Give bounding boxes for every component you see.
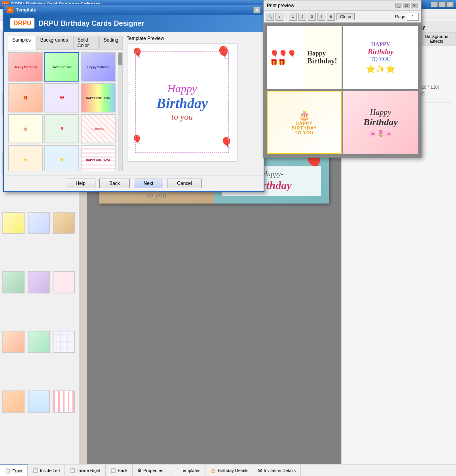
- back-button[interactable]: Back: [99, 179, 130, 188]
- template-item-2[interactable]: HAPPY BDAY: [44, 52, 79, 82]
- bg-thumb-light-blue[interactable]: [28, 390, 50, 413]
- properties-icon: ⚙: [137, 468, 142, 473]
- bg-thumb-green[interactable]: [2, 271, 25, 293]
- tmpl-tab-samples[interactable]: Samples: [8, 36, 35, 50]
- front-icon: 📋: [5, 468, 11, 474]
- print-title-text: Print preview: [267, 3, 393, 8]
- template-grid-wrapper: Happy Birthday HAPPY BDAY Happy Birthday…: [8, 52, 123, 171]
- back-icon: 📋: [110, 468, 116, 473]
- template-scrollbar[interactable]: [118, 52, 123, 171]
- print-card-3: 🎂 HAPPY BIRTHDAY TO YOU: [267, 91, 342, 154]
- template-dialog-header-title: DRPU Birthday Cards Designer: [38, 19, 144, 28]
- template-selector: Samples Backgrounds Solid Color Setting …: [8, 36, 123, 171]
- template-dialog-header: DRPU DRPU Birthday Cards Designer: [4, 15, 264, 32]
- preview-birthday-text: Birthday: [156, 95, 208, 112]
- print-preview-dialog: Print preview _ □ ✕ 🔍 ↕ 1 2 3 4 6 Close …: [263, 0, 422, 158]
- template-item-11[interactable]: 🌟: [44, 145, 79, 171]
- print-toolbar: 🔍 ↕ 1 2 3 4 6 Close Page: [264, 11, 421, 23]
- close-button[interactable]: ✕: [446, 2, 454, 7]
- bg-thumb-checker[interactable]: [53, 331, 75, 353]
- print-zoom-icon[interactable]: ↕: [276, 13, 283, 21]
- print-card-1-gifts: 🎁🎁: [270, 58, 286, 66]
- cancel-button[interactable]: Cancel: [167, 179, 201, 188]
- print-page-input[interactable]: [407, 13, 419, 21]
- templates-icon: 📄: [173, 468, 179, 473]
- template-item-1[interactable]: Happy Birthday: [8, 52, 43, 82]
- bg-thumb-mint[interactable]: [28, 331, 50, 353]
- template-item-9[interactable]: Birthday: [81, 114, 116, 143]
- status-tab-templates[interactable]: 📄 Templates: [168, 465, 205, 476]
- print-card-3-happy: HAPPY: [296, 121, 313, 126]
- template-item-8[interactable]: 🎈: [44, 114, 79, 143]
- bg-thumb-blue-star[interactable]: [28, 212, 50, 234]
- template-preview-box: 🎈 🎈 🎈 🎈 Happy Birthday to you: [127, 43, 238, 162]
- template-item-3[interactable]: Happy Birthday: [81, 52, 116, 82]
- template-item-7[interactable]: 🎂: [8, 114, 43, 143]
- print-card-4-flowers: 🌸🌷🌸: [369, 130, 393, 137]
- print-view-3[interactable]: 3: [308, 13, 316, 21]
- print-card-1-text-happy: Happy: [308, 50, 326, 57]
- template-item-6[interactable]: HAPPY BIRTHDAY: [81, 83, 116, 112]
- bg-thumb-vintage[interactable]: [53, 212, 75, 234]
- print-maximize-button[interactable]: □: [403, 3, 410, 8]
- print-card-3-to-you: TO YOU: [295, 130, 314, 135]
- bg-thumb-striped-pink[interactable]: [53, 390, 75, 413]
- status-bar: 📋 Front 📋 Inside Left 📋 Inside Right 📋 B…: [0, 464, 456, 476]
- inside-left-icon: 📋: [32, 468, 38, 473]
- template-item-4[interactable]: 🎁: [8, 83, 43, 112]
- tmpl-tab-setting[interactable]: Setting: [99, 36, 123, 50]
- preview-happy-text: Happy: [167, 82, 197, 95]
- template-dialog-close-button[interactable]: ✕: [253, 7, 260, 13]
- print-close-button[interactable]: ✕: [411, 3, 418, 8]
- print-view-4[interactable]: 4: [317, 13, 325, 21]
- template-dialog-body: Samples Backgrounds Solid Color Setting …: [4, 32, 264, 175]
- preview-content: 🎈 🎈 🎈 🎈 Happy Birthday to you: [127, 44, 237, 161]
- bg-thumb-coral[interactable]: [2, 331, 25, 353]
- print-card-1-text-birthday: Birthday!: [308, 57, 337, 65]
- properties-label: Properties: [143, 468, 163, 473]
- status-tab-properties[interactable]: ⚙ Properties: [133, 465, 168, 476]
- print-card-2-happy: HAPPY: [371, 42, 390, 48]
- status-tab-front[interactable]: 📋 Front: [0, 465, 28, 476]
- inside-left-label: Inside Left: [40, 468, 60, 473]
- status-tab-birthday-details[interactable]: 🎂 Birthday Details: [205, 465, 253, 476]
- print-view-6[interactable]: 6: [327, 13, 335, 21]
- template-item-5[interactable]: 🎀: [44, 83, 79, 112]
- print-view-1[interactable]: 1: [289, 13, 297, 21]
- birthday-details-label: Birthday Details: [218, 468, 248, 473]
- print-close-button-toolbar[interactable]: Close: [336, 13, 355, 20]
- print-title-bar: Print preview _ □ ✕: [264, 0, 421, 11]
- tab-background-effects[interactable]: Background Effects: [418, 32, 456, 45]
- status-tab-inside-right[interactable]: 📋 Inside Right: [65, 465, 105, 476]
- template-dialog-icon: B: [7, 7, 13, 13]
- template-tabs: Samples Backgrounds Solid Color Setting: [8, 36, 123, 50]
- print-minimize-button[interactable]: _: [395, 3, 402, 8]
- print-search-icon[interactable]: 🔍: [266, 13, 274, 21]
- bg-thumb-yellow[interactable]: [2, 212, 25, 234]
- print-preview-grid: 🎈🎈🎈 🎁🎁 Happy Birthday! HAPPY Birthday TO…: [264, 23, 421, 157]
- status-tab-back[interactable]: 📋 Back: [106, 465, 133, 476]
- print-view-2[interactable]: 2: [298, 13, 306, 21]
- bg-thumb-peach[interactable]: [2, 390, 25, 413]
- print-card-4-happy: Happy: [370, 108, 391, 117]
- print-card-2-stars: ⭐✨⭐: [366, 64, 395, 74]
- print-card-1-balloon: 🎈🎈🎈: [270, 50, 296, 58]
- bg-thumb-lavender[interactable]: [28, 271, 50, 293]
- print-card-4: Happy Birthday 🌸🌷🌸: [343, 91, 418, 154]
- inside-right-icon: 📋: [70, 468, 76, 473]
- minimize-button[interactable]: _: [431, 2, 438, 7]
- template-grid: Happy Birthday HAPPY BDAY Happy Birthday…: [8, 52, 123, 171]
- inside-right-label: Inside Right: [77, 468, 100, 473]
- invitation-details-label: Invitation Details: [264, 468, 296, 473]
- template-item-12[interactable]: HAPPY BIRTHDAY: [81, 145, 116, 171]
- tmpl-tab-backgrounds[interactable]: Backgrounds: [36, 36, 72, 50]
- template-item-10[interactable]: ⭐: [8, 145, 43, 171]
- maximize-button[interactable]: □: [439, 2, 446, 7]
- tmpl-tab-solid-color[interactable]: Solid Color: [73, 36, 99, 50]
- preview-label: Template Preview: [127, 36, 260, 41]
- help-button[interactable]: Help: [66, 179, 95, 188]
- status-tab-inside-left[interactable]: 📋 Inside Left: [28, 465, 65, 476]
- bg-thumb-dots[interactable]: [53, 271, 75, 293]
- status-tab-invitation-details[interactable]: ✉ Invitation Details: [253, 465, 301, 476]
- next-button[interactable]: Next: [134, 179, 163, 188]
